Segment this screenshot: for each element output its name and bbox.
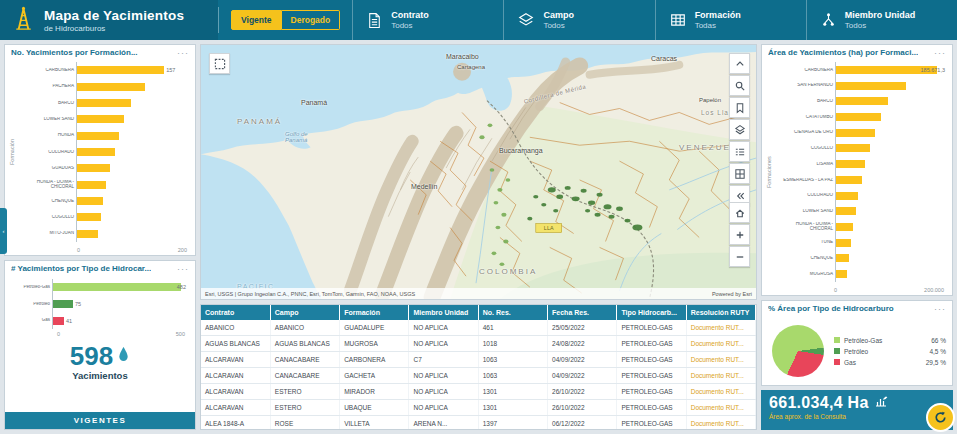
- column-header[interactable]: Tipo Hidrocarb...: [617, 305, 686, 320]
- document-link[interactable]: Documento RUT...: [686, 400, 755, 416]
- table-row[interactable]: ALCARAVANESTEROUBAQUENO APLICA130126/10/…: [201, 400, 756, 416]
- bar[interactable]: [836, 192, 858, 200]
- table-row[interactable]: ALCARAVANCANACABAREGACHETANO APLICA10630…: [201, 368, 756, 384]
- table-row[interactable]: ALCARAVANCANACABARECARBONERAC7106304/09/…: [201, 352, 756, 368]
- bar-category-label: Petróleo-Gas: [10, 285, 52, 290]
- bar[interactable]: [836, 129, 875, 137]
- app-subtitle: de Hidrocarburos: [44, 24, 184, 33]
- layers-button[interactable]: [729, 119, 750, 140]
- bar-category-label: LOWER SAND: [16, 117, 76, 122]
- document-link[interactable]: Documento RUT...: [686, 320, 755, 336]
- bookmark-button[interactable]: [729, 97, 750, 118]
- bar-row: COLORADO: [16, 144, 188, 160]
- bar[interactable]: [77, 164, 110, 172]
- bar[interactable]: [836, 207, 856, 215]
- basemap-button[interactable]: [729, 163, 750, 184]
- refresh-fab-button[interactable]: [926, 403, 955, 432]
- column-header[interactable]: Campo: [270, 305, 339, 320]
- bar[interactable]: [836, 82, 906, 90]
- bar[interactable]: [77, 181, 106, 189]
- bar-row: MITO-JUAN: [16, 226, 188, 242]
- derogado-button[interactable]: Derogado: [282, 10, 341, 30]
- zoom-in-button[interactable]: [729, 224, 750, 245]
- bar[interactable]: [53, 300, 73, 308]
- filter-formacion[interactable]: Formación Todas: [655, 0, 806, 40]
- select-area-tool-button[interactable]: [209, 53, 230, 74]
- document-link[interactable]: Documento RUT...: [686, 368, 755, 384]
- map-highlight-label[interactable]: LLA: [536, 224, 562, 233]
- bar[interactable]: [77, 99, 131, 107]
- content: No. Yacimientos por Formación... ··· For…: [4, 44, 953, 430]
- bar[interactable]: [836, 113, 881, 121]
- default-extent-button[interactable]: [729, 202, 750, 223]
- column-header[interactable]: No. Res.: [478, 305, 547, 320]
- x-axis-min: 0: [57, 331, 60, 337]
- bar[interactable]: [836, 254, 849, 262]
- legend-item[interactable]: Petróleo4,5 %: [834, 348, 946, 355]
- right-sidebar: Área de Yacimientos (ha) por Formaci... …: [761, 44, 953, 430]
- bar[interactable]: [836, 239, 851, 247]
- hydrocarbon-pie-chart[interactable]: [772, 325, 824, 377]
- search-button[interactable]: [729, 75, 750, 96]
- table-cell: ALCARAVAN: [201, 384, 270, 400]
- bar-category-label: ESMERALDAS - LA PAZ: [773, 178, 835, 183]
- bar[interactable]: [77, 115, 124, 123]
- table-row[interactable]: ABANICOABANICOGUADALUPENO APLICA46125/05…: [201, 320, 756, 336]
- vigente-button[interactable]: Vigente: [231, 10, 282, 30]
- bar[interactable]: [77, 66, 164, 74]
- panel-menu-icon[interactable]: ···: [934, 50, 946, 56]
- x-axis-min: 0: [77, 247, 80, 253]
- column-header[interactable]: Miembro Unidad: [409, 305, 478, 320]
- bar-track: [76, 209, 188, 225]
- bar[interactable]: [53, 317, 64, 325]
- legend-item[interactable]: Gas29,5 %: [834, 359, 946, 366]
- filter-campo[interactable]: Campo Todos: [503, 0, 654, 40]
- bar-category-label: HONDA - DOIMA - CHICORAL: [16, 180, 76, 189]
- document-link[interactable]: Documento RUT...: [686, 416, 755, 431]
- bar[interactable]: [77, 132, 119, 140]
- column-header[interactable]: Resolución RUTY: [686, 305, 755, 320]
- zoom-out-button[interactable]: [729, 246, 750, 267]
- legend-item[interactable]: Petróleo-Gas66 %: [834, 337, 946, 344]
- panel-menu-icon[interactable]: ···: [934, 306, 946, 312]
- table-row[interactable]: AGUAS BLANCASAGUAS BLANCASMUGROSANO APLI…: [201, 336, 756, 352]
- map-panel[interactable]: LLA MaracaiboCaracasCartagenaPapelónLos …: [200, 44, 757, 300]
- bar[interactable]: [77, 83, 145, 91]
- legend-button[interactable]: [729, 141, 750, 162]
- bar[interactable]: [836, 270, 847, 278]
- expand-up-button[interactable]: [729, 53, 750, 74]
- type-bar-chart: Petróleo-Gas482Petróleo75Gas41: [10, 279, 186, 329]
- bar[interactable]: [836, 176, 862, 184]
- map-canvas[interactable]: LLA: [201, 45, 756, 299]
- document-icon: [367, 12, 382, 29]
- table-row[interactable]: ALEA 1848-AROSEVILLETAARENA N...139706/1…: [201, 416, 756, 431]
- panel-menu-icon[interactable]: ···: [177, 266, 189, 272]
- filter-contrato[interactable]: Contrato Todos: [352, 0, 503, 40]
- bar[interactable]: [53, 283, 181, 291]
- document-link[interactable]: Documento RUT...: [686, 336, 755, 352]
- column-header[interactable]: Contrato: [201, 305, 270, 320]
- bar[interactable]: [77, 230, 98, 238]
- bar-row: CARBONERA157: [16, 62, 188, 78]
- bar[interactable]: [77, 197, 103, 205]
- left-panel-collapse-handle[interactable]: ‹: [0, 208, 7, 254]
- bar[interactable]: [836, 223, 853, 231]
- bar-category-label: COLORADO: [773, 193, 835, 198]
- bar-row: HONDA: [16, 127, 188, 143]
- bar[interactable]: [77, 148, 115, 156]
- bar[interactable]: [836, 97, 888, 105]
- bar-track: [76, 111, 188, 127]
- vigentes-footer-button[interactable]: VIGENTES: [5, 412, 195, 429]
- bar[interactable]: [836, 144, 870, 152]
- filter-miembro-unidad[interactable]: Miembro Unidad Todos: [806, 0, 957, 40]
- table-row[interactable]: ALCARAVANESTEROMIRADORNO APLICA130126/10…: [201, 384, 756, 400]
- table-cell: 26/10/2022: [548, 384, 617, 400]
- document-link[interactable]: Documento RUT...: [686, 352, 755, 368]
- column-header[interactable]: Formación: [340, 305, 409, 320]
- document-link[interactable]: Documento RUT...: [686, 384, 755, 400]
- panel-menu-icon[interactable]: ···: [177, 50, 189, 56]
- bar[interactable]: [836, 160, 865, 168]
- column-header[interactable]: Fecha Res.: [548, 305, 617, 320]
- bar[interactable]: [77, 213, 101, 221]
- bar-value-label: 41: [66, 318, 72, 324]
